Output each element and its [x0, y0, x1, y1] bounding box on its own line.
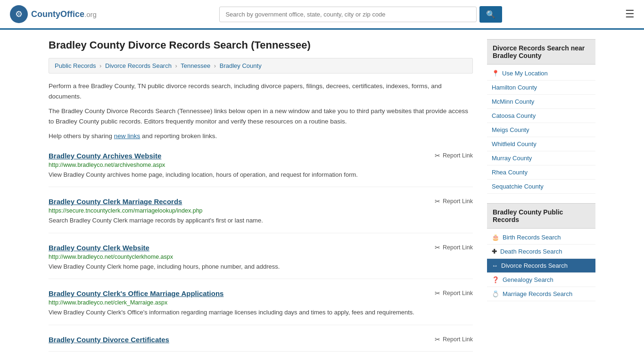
result-desc-1: View Bradley County archives home page, …: [49, 170, 473, 180]
result-title-2[interactable]: Bradley County Clerk Marriage Records: [49, 197, 182, 206]
sidebar: Divorce Records Search near Bradley Coun…: [487, 39, 595, 352]
content-area: Bradley County Divorce Records Search (T…: [49, 39, 473, 352]
report-link-2[interactable]: ✂ Report Link: [435, 197, 473, 205]
nearby-county-link-4[interactable]: Meigs County: [492, 126, 529, 133]
result-title-4[interactable]: Bradley County Clerk's Office Marriage A…: [49, 289, 223, 297]
result-url-4: http://www.bradleyco.net/clerk_Marraige.…: [49, 299, 473, 306]
nearby-county-link-5[interactable]: Whitfield County: [492, 140, 537, 148]
result-item: Bradley County Divorce Certificates ✂ Re…: [49, 336, 473, 352]
new-links-link[interactable]: new links: [114, 132, 140, 140]
sidebar-item-birth[interactable]: 🎂 Birth Records Search: [487, 230, 595, 245]
result-desc-3: View Bradley County Clerk home page, inc…: [49, 262, 473, 272]
site-header: ⚙ CountyOffice.org 🔍 ☰: [0, 0, 644, 30]
logo-icon: ⚙: [9, 5, 28, 24]
report-link-1[interactable]: ✂ Report Link: [435, 152, 473, 159]
result-title-3[interactable]: Bradley County Clerk Website: [49, 244, 149, 252]
result-item: Bradley County Archives Website ✂ Report…: [49, 152, 473, 188]
intro-paragraph-2: The Bradley County Divorce Records Searc…: [49, 106, 473, 126]
birth-records-link[interactable]: Birth Records Search: [503, 234, 561, 241]
nearby-section: Divorce Records Search near Bradley Coun…: [487, 39, 595, 194]
nearby-county-5: Whitfield County: [487, 137, 595, 151]
nearby-header: Divorce Records Search near Bradley Coun…: [487, 39, 595, 65]
logo[interactable]: ⚙ CountyOffice.org: [9, 5, 97, 24]
result-item: Bradley County Clerk Website ✂ Report Li…: [49, 244, 473, 280]
breadcrumb-public-records[interactable]: Public Records: [55, 62, 96, 69]
report-icon-5: ✂: [435, 336, 440, 343]
nearby-county-7: Rhea County: [487, 165, 595, 180]
breadcrumb-bradley-county[interactable]: Bradley County: [220, 62, 262, 69]
page-title: Bradley County Divorce Records Search (T…: [49, 39, 473, 51]
report-link-4[interactable]: ✂ Report Link: [435, 289, 473, 297]
result-url-1: http://www.bradleyco.net/archiveshome.as…: [49, 162, 473, 168]
result-title-5[interactable]: Bradley County Divorce Certificates: [49, 336, 169, 344]
death-records-link[interactable]: Death Records Search: [500, 248, 562, 255]
nearby-county-4: Meigs County: [487, 123, 595, 137]
genealogy-link[interactable]: Genealogy Search: [503, 276, 553, 283]
result-url-3: http://www.bradleyco.net/countyclerkhome…: [49, 254, 473, 260]
search-area: 🔍: [219, 6, 502, 23]
intro-paragraph-3: Help others by sharing new links and rep…: [49, 131, 473, 141]
report-icon-4: ✂: [435, 289, 440, 297]
nearby-county-8: Sequatchie County: [487, 180, 595, 194]
result-url-2: https://secure.tncountyclerk.com/marriag…: [49, 207, 473, 214]
nearby-county-link-2[interactable]: McMinn County: [492, 98, 534, 105]
breadcrumb-tennessee[interactable]: Tennessee: [181, 62, 210, 69]
result-item: Bradley County Clerk's Office Marriage A…: [49, 289, 473, 325]
sidebar-item-death[interactable]: ✚ Death Records Search: [487, 245, 595, 259]
intro-paragraph-1: Perform a free Bradley County, TN public…: [49, 81, 473, 101]
sidebar-item-divorce[interactable]: ↔ Divorce Records Search: [487, 259, 595, 273]
sidebar-item-marriage[interactable]: 💍 Marriage Records Search: [487, 287, 595, 301]
logo-text: CountyOffice.org: [31, 9, 97, 19]
divorce-records-link[interactable]: Divorce Records Search: [501, 262, 568, 269]
report-icon-2: ✂: [435, 197, 440, 205]
divorce-icon: ↔: [492, 262, 498, 269]
public-records-header: Bradley County Public Records: [487, 203, 595, 229]
genealogy-icon: ❓: [492, 276, 499, 283]
birth-icon: 🎂: [492, 234, 499, 241]
death-icon: ✚: [492, 248, 497, 255]
nearby-county-link-8[interactable]: Sequatchie County: [492, 183, 544, 190]
report-link-3[interactable]: ✂ Report Link: [435, 244, 473, 251]
marriage-records-link[interactable]: Marriage Records Search: [503, 290, 572, 297]
result-item: Bradley County Clerk Marriage Records ✂ …: [49, 197, 473, 233]
report-icon-1: ✂: [435, 152, 440, 159]
breadcrumb: Public Records › Divorce Records Search …: [49, 58, 473, 74]
nearby-county-link-6[interactable]: Murray County: [492, 155, 532, 162]
nearby-county-link-7[interactable]: Rhea County: [492, 169, 528, 176]
report-link-5[interactable]: ✂ Report Link: [435, 336, 473, 343]
result-desc-2: Search Bradley County Clerk marriage rec…: [49, 216, 473, 225]
report-icon-3: ✂: [435, 244, 440, 251]
use-location-btn[interactable]: 📍 Use My Location: [487, 66, 595, 81]
breadcrumb-divorce-records[interactable]: Divorce Records Search: [105, 62, 172, 69]
marriage-icon: 💍: [492, 290, 499, 297]
nearby-county-3: Catoosa County: [487, 109, 595, 123]
nearby-county-link-1[interactable]: Hamilton County: [492, 84, 537, 91]
nearby-county-1: Hamilton County: [487, 81, 595, 95]
nearby-county-6: Murray County: [487, 151, 595, 165]
location-icon: 📍: [492, 70, 499, 77]
result-desc-4: View Bradley County Clerk's Office's inf…: [49, 308, 473, 317]
public-records-section: Bradley County Public Records 🎂 Birth Re…: [487, 203, 595, 301]
search-input[interactable]: [219, 7, 477, 22]
main-container: Bradley County Divorce Records Search (T…: [39, 30, 605, 361]
search-button[interactable]: 🔍: [479, 6, 502, 23]
svg-text:⚙: ⚙: [15, 9, 23, 19]
menu-button[interactable]: ☰: [625, 9, 635, 19]
nearby-county-2: McMinn County: [487, 95, 595, 109]
result-title-1[interactable]: Bradley County Archives Website: [49, 152, 161, 160]
nearby-county-link-3[interactable]: Catoosa County: [492, 112, 536, 119]
sidebar-item-genealogy[interactable]: ❓ Genealogy Search: [487, 273, 595, 287]
